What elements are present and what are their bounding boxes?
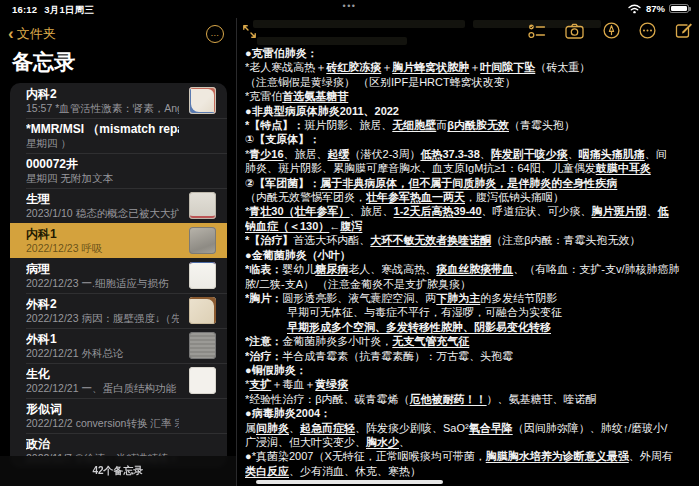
note-text-segment: 低 [658, 205, 669, 217]
note-text-line[interactable]: *青壮30（壮年参军）、旅居、1-2天后高热39-40、呼道症状、可少痰、胸片斑… [245, 204, 699, 218]
note-text-line[interactable]: *经验性治疗：β内酰、碳青霉烯（厄他被耐药！！）、氨基糖苷、喹诺酮 [245, 392, 699, 406]
note-text-segment: ＋ [469, 61, 480, 73]
note-text-segment: 糖尿病 [315, 263, 348, 275]
note-text-segment: 氧合早降 [469, 422, 513, 434]
status-date: 3月1日周三 [44, 4, 94, 17]
note-text-line[interactable]: ●金葡菌肺炎（小叶） [245, 248, 699, 262]
note-text-line[interactable]: 早期可无体征、与毒症不平行，有湿啰，可融合为实变征 [245, 305, 699, 319]
note-item-thumbnail [189, 192, 216, 219]
note-list-item[interactable]: 形似词2022/12/2 conversion转换 汇率 宗教 信仰转变 [10, 398, 227, 433]
note-item-title: 外科2 [26, 297, 179, 311]
notes-list-title: 备忘录 [0, 44, 236, 76]
note-text-segment: *老人寒战高热＋ [245, 61, 326, 73]
note-text-segment: *治疗： [245, 350, 282, 362]
note-text-segment: 、 [399, 436, 410, 448]
note-text-line[interactable]: 类白反应、少有消血、休克、寒热） [245, 464, 699, 478]
note-text-line[interactable]: *【治疗】首选大环内酯、大环不敏无效者换喹诺酮（注意β内酰：青霉头孢无效） [245, 233, 699, 247]
note-text-segment: 支扩 [249, 378, 271, 390]
note-text-line[interactable]: （注意铜假是黄绿痰） （区别IPF是HRCT蜂窝状改变） [245, 75, 699, 89]
note-text-segment: 黄绿痰 [315, 378, 348, 390]
note-text-line[interactable]: *胸片：圆形透亮影、液气囊腔空洞、两下肺为主的多发结节阴影 [245, 291, 699, 305]
note-item-thumbnail [189, 332, 216, 359]
camera-button[interactable] [565, 23, 584, 39]
note-text-line[interactable]: ●病毒肺炎2004： [245, 406, 699, 420]
note-text-segment: 金葡菌肺炎多小叶炎， [282, 335, 392, 347]
note-text-line[interactable]: 广浸润、但大叶实变少、胸水少、 [245, 435, 699, 449]
note-body[interactable]: ●克雷伯肺炎：*老人寒战高热＋砖红胶冻痰＋胸片蜂窝状脓肿＋叶间隙下坠（砖太重）（… [245, 46, 699, 486]
sidebar-more-button[interactable]: … [206, 25, 224, 43]
multitask-dots[interactable]: ••• [343, 1, 357, 11]
note-text-segment: *注意： [245, 335, 282, 347]
note-list-item[interactable]: 内科215:57 *血管活性激素：肾素，Ang、... [10, 83, 227, 118]
note-text-line[interactable]: *临表：婴幼儿糖尿病老人、寒战高热、痰血丝脓痰带血、（有咯血：支扩-支v/肺核肺… [245, 262, 699, 276]
note-text-segment: 属于非典病原体，但不属于间质肺炎，是伴肺炎的全身性疾病 [320, 177, 617, 189]
checklist-icon [528, 23, 546, 39]
note-item-title: 内科1 [26, 227, 179, 241]
note-item-preview: 2022/12/23 一.细胞适应与损伤 [26, 277, 179, 290]
note-text-segment: 类白反应 [245, 465, 289, 477]
note-text-line[interactable]: 属间肺炎、起急而症轻、阵发痰少剧咳、SaO²氧合早降（因间肺弥障）、肺纹↑/磨玻… [245, 421, 699, 435]
note-text-segment: （因间肺弥障）、肺纹↑/磨玻小/ [513, 422, 668, 434]
note-text-segment: *临表： [245, 263, 282, 275]
note-text-segment: 起缓 [328, 148, 350, 160]
note-text-line[interactable]: *治疗：半合成青霉素（抗青霉素酶）：万古霉、头孢霉 [245, 349, 699, 363]
note-text-segment: 1-2天后高热39-40 [394, 205, 482, 217]
note-text-segment: 胸片蜂窝状脓肿 [392, 61, 469, 73]
home-indicator[interactable] [256, 480, 443, 484]
note-text-line[interactable]: 钠血症（＜130）←腹泻 [245, 219, 699, 233]
note-text-segment: 圆形透亮影、液气囊腔空洞、两 [282, 292, 436, 304]
note-text-segment: 腹泻 [340, 220, 362, 232]
checklist-button[interactable] [528, 23, 546, 39]
note-text-line[interactable]: 肺炎、斑片阴影、累胸膜可摩音胸水、血支原IgM抗≥1：64阳、儿童偶发鼓膜中耳炎 [245, 161, 699, 175]
note-text-segment: 早期可无体征、与毒症不平行，有湿啰，可融合为实变征 [287, 306, 562, 318]
note-list-item[interactable]: *MMR/MSI （mismatch repair /micros...星期四 … [10, 118, 227, 153]
note-list-item[interactable]: 外科12022/12/21 外科总论 [10, 328, 227, 363]
note-item-title: 政治 [26, 437, 179, 451]
note-text-segment: （潜伏2-3周） [350, 148, 421, 160]
note-text-line[interactable]: ②【军团菌】：属于非典病原体，但不属于间质肺炎，是伴肺炎的全身性疾病 [245, 176, 699, 190]
note-text-line[interactable]: ①【支原体】： [245, 132, 699, 146]
note-text-segment: 老人、寒战高热、 [348, 263, 436, 275]
note-text-segment: ，腹泻低钠头痛咽） [465, 191, 564, 203]
note-text-line[interactable]: 早期形成多个空洞、多发转移性脓肿、阴影易变化转移 [245, 320, 699, 334]
note-text-line[interactable]: *老人寒战高热＋砖红胶冻痰＋胸片蜂窝状脓肿＋叶间隙下坠（砖太重） [245, 60, 699, 74]
note-list-item[interactable]: 生化2022/12/21 一、蛋白质结构功能 [10, 363, 227, 398]
note-text-line[interactable]: *【特点】：斑片阴影、旅居、无细胞壁而β内酰胺无效（青霉头孢） [245, 118, 699, 132]
note-more-button[interactable] [639, 22, 656, 39]
compose-button[interactable] [675, 22, 693, 39]
note-list-item[interactable]: 病理2022/12/23 一.细胞适应与损伤 [10, 258, 227, 293]
note-text-line[interactable]: *注意：金葡菌肺炎多小叶炎，无支气管充气征 [245, 334, 699, 348]
note-text-segment: 胸水少 [366, 436, 399, 448]
note-item-title: 000072井 [26, 157, 179, 171]
markup-button[interactable] [603, 22, 620, 39]
note-text-line[interactable]: ●非典型病原体肺炎2011、2022 [245, 104, 699, 118]
note-text-segment: 、（有咯血：支扩-支v/肺核肺癌肺 [513, 263, 679, 275]
note-item-thumbnail [189, 227, 216, 254]
note-item-title: 生化 [26, 367, 179, 381]
note-text-segment: 痰血丝脓痰带血 [436, 263, 513, 275]
expand-icon [241, 23, 258, 40]
note-text-segment: 、间 [645, 148, 667, 160]
note-list-item[interactable]: 外科22022/12/23 病因：腹壁强度↓（先天... [10, 293, 227, 328]
back-to-folders-button[interactable]: ‹ 文件夹 [8, 25, 56, 43]
note-text-line[interactable]: *支扩＋毒血＋黄绿痰 [245, 377, 699, 391]
note-text-line[interactable]: ●铜假肺炎： [245, 363, 699, 377]
note-text-segment: 属 [245, 422, 256, 434]
note-text-segment: 钠血症（＜130） [245, 220, 329, 232]
note-text-line[interactable]: ●克雷伯肺炎： [245, 46, 699, 60]
note-text-segment: 早期形成多个空洞、多发转移性脓肿、阴影易变化转移 [287, 321, 551, 333]
note-toolbar [237, 22, 699, 44]
note-list-item[interactable]: 000072井星期四 无附加文本 [10, 153, 227, 188]
note-text-line[interactable]: *青少16、旅居、起缓（潜伏2-3周）低热37.3-38、阵发剧干咳少痰、咽痛头… [245, 147, 699, 161]
note-text-line[interactable]: *克雷伯首选氨基糖苷 [245, 89, 699, 103]
status-bar: 16:12 3月1日周三 ••• 87% [0, 0, 699, 18]
note-list-item[interactable]: 内科12022/12/23 呼吸 [10, 223, 227, 258]
note-text-segment: *克雷伯 [245, 90, 282, 102]
note-text-line[interactable]: （内酰无效警惕军团炎，壮年参军热血一两天，腹泻低钠头痛咽） [245, 190, 699, 204]
note-text-segment: 起急而症轻 [300, 422, 355, 434]
note-text-line[interactable]: 脓/二狭-支A） （注意金葡炎不是支扩脓臭痰） [245, 277, 699, 291]
note-text-line[interactable]: ●*真菌染2007（X无特征，正常咽喉痰均可带菌，胸膜胸水培养为诊断意义最强、外… [245, 449, 699, 463]
note-list-item[interactable]: 生理2023/1/10 稳态的概念已被大大扩展... [10, 188, 227, 223]
expand-note-button[interactable] [241, 23, 259, 41]
chevron-left-icon: ‹ [8, 27, 14, 40]
